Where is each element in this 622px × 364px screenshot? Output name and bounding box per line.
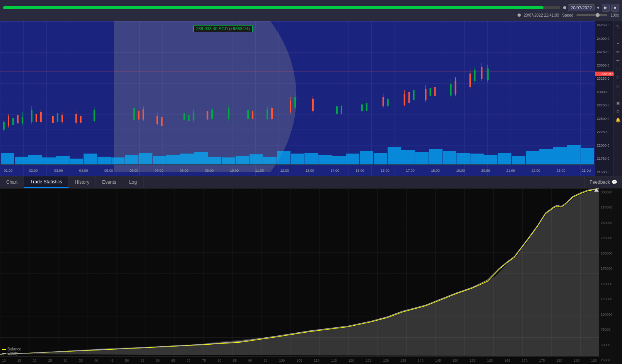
tab-chart-label: Chart: [6, 179, 17, 185]
x-time-1: 01:00: [4, 169, 13, 173]
svg-rect-61: [413, 90, 415, 100]
camera-icon[interactable]: ⊙: [615, 108, 622, 115]
x-time-21: 21:00: [506, 169, 515, 173]
sx-25: 130: [383, 359, 389, 362]
date-dropdown-icon[interactable]: ▼: [596, 5, 600, 10]
speed-label: Speed: [562, 13, 573, 17]
rectangle-icon[interactable]: □: [615, 74, 622, 81]
pencil-icon[interactable]: ✏: [615, 48, 622, 55]
sx-21: 110: [314, 359, 320, 362]
svg-rect-57: [387, 99, 389, 106]
chart-area[interactable]: 289 903.40 SGD (+96634%): [0, 21, 622, 176]
x-axis: 01:00 02:00 03:00 04:00 05:00 06:00 07:0…: [0, 164, 595, 176]
feedback-button[interactable]: Feedback 💬: [584, 176, 622, 188]
tab-chart[interactable]: Chart: [0, 176, 24, 188]
tab-history-label: History: [75, 179, 89, 185]
zoom-in-icon[interactable]: +: [615, 31, 622, 38]
sx-11: 60: [156, 359, 160, 362]
x-time-18: 18:00: [431, 169, 440, 173]
x-time-23: 23:00: [557, 169, 566, 173]
sx-16: 85: [233, 359, 237, 362]
slider-thumb[interactable]: [596, 13, 600, 17]
svg-rect-64: [430, 88, 431, 96]
sx-5: 30: [63, 359, 67, 362]
stats-y-9: 100000: [601, 313, 620, 316]
sx-23: 120: [349, 359, 354, 362]
balance-legend-label: Balance: [7, 347, 21, 351]
sx-33: 170: [522, 359, 528, 362]
stats-y-4: 225000: [601, 236, 620, 240]
stats-y-2: 275000: [601, 205, 620, 209]
sx-31: 160: [487, 359, 493, 362]
box-icon[interactable]: ▣: [615, 99, 622, 106]
sx-9: 50: [125, 359, 129, 362]
play-button[interactable]: ▶: [602, 4, 610, 12]
sx-15: 80: [217, 359, 221, 362]
sx-17: 90: [248, 359, 252, 362]
timestamp-label: 20/07/2022 22:41:00: [524, 13, 559, 17]
svg-rect-14: [57, 113, 58, 122]
sx-2: 15: [17, 359, 21, 362]
progress-row: 20/07/2022 ▼ ▶ ■: [3, 4, 619, 12]
tab-history[interactable]: History: [69, 176, 96, 188]
refresh-icon[interactable]: ↩: [615, 57, 622, 64]
feedback-icon: 💬: [612, 179, 617, 185]
chart-legend: Balance Equity: [2, 347, 21, 355]
speed-slider[interactable]: [576, 14, 607, 16]
sx-14: 75: [202, 359, 206, 362]
x-time-5: 05:00: [104, 169, 113, 173]
x-date-next: 21 Jul: [582, 169, 591, 173]
date-control: 20/07/2022 ▼ ▶ ■: [563, 4, 619, 12]
sx-26: 135: [400, 359, 406, 362]
svg-rect-10: [36, 114, 37, 122]
x-time-14: 14:00: [330, 169, 339, 173]
sx-18: 95: [264, 359, 268, 362]
magnify-icon[interactable]: ⊕: [615, 82, 622, 89]
tab-events[interactable]: Events: [96, 176, 123, 188]
sx-37: 190: [591, 359, 597, 362]
svg-rect-30: [183, 113, 185, 120]
svg-rect-53: [361, 104, 363, 111]
stats-area[interactable]: 300000 275000 250000 225000 200000 17500…: [0, 188, 622, 364]
sx-32: 165: [504, 359, 510, 362]
dotted-icon[interactable]: ⋮⋮: [615, 65, 622, 72]
sx-6: 35: [79, 359, 83, 362]
progress-bar[interactable]: [3, 6, 560, 9]
x-time-11: 11:00: [255, 169, 264, 173]
svg-rect-19: [80, 116, 82, 123]
stats-y-6: 175000: [601, 267, 620, 270]
sx-3: 20: [33, 359, 37, 362]
stop-button[interactable]: ■: [611, 4, 619, 12]
stats-y-1: 300000: [601, 190, 620, 194]
svg-rect-40: [252, 111, 253, 119]
svg-rect-60: [408, 92, 410, 103]
equity-legend-dot: [2, 353, 6, 354]
candle-group: [3, 63, 489, 132]
x-time-2: 02:00: [29, 169, 38, 173]
tab-trade-statistics[interactable]: Trade Statistics: [24, 176, 68, 188]
x-time-19: 19:00: [456, 169, 465, 173]
tab-log[interactable]: Log: [123, 176, 144, 188]
x-time-8: 08:00: [180, 169, 189, 173]
sx-10: 55: [140, 359, 144, 362]
tab-log-label: Log: [129, 179, 137, 185]
date-display[interactable]: 20/07/2022: [568, 4, 595, 11]
cursor-icon[interactable]: ↖: [615, 23, 622, 30]
x-time-17: 17:00: [406, 169, 415, 173]
top-bar: 20/07/2022 ▼ ▶ ■ 20/07/2022 22:41:00 Spe…: [0, 0, 622, 21]
zoom-icon2[interactable]: +: [615, 40, 622, 47]
feedback-label: Feedback: [590, 179, 610, 185]
svg-rect-4: [12, 118, 14, 125]
text-icon[interactable]: T: [615, 91, 622, 98]
sx-7: 40: [94, 359, 98, 362]
sx-28: 145: [435, 359, 441, 362]
sx-22: 115: [331, 359, 337, 362]
x-time-3: 03:00: [54, 169, 63, 173]
vol-bar-peak: [388, 147, 401, 164]
bell-icon[interactable]: 🔔: [615, 116, 622, 123]
stats-y-11: 50000: [601, 343, 620, 347]
x-time-12: 12:00: [280, 169, 289, 173]
sx-19: 100: [279, 359, 285, 362]
x-time-7: 07:00: [155, 169, 164, 173]
svg-rect-52: [341, 106, 342, 114]
